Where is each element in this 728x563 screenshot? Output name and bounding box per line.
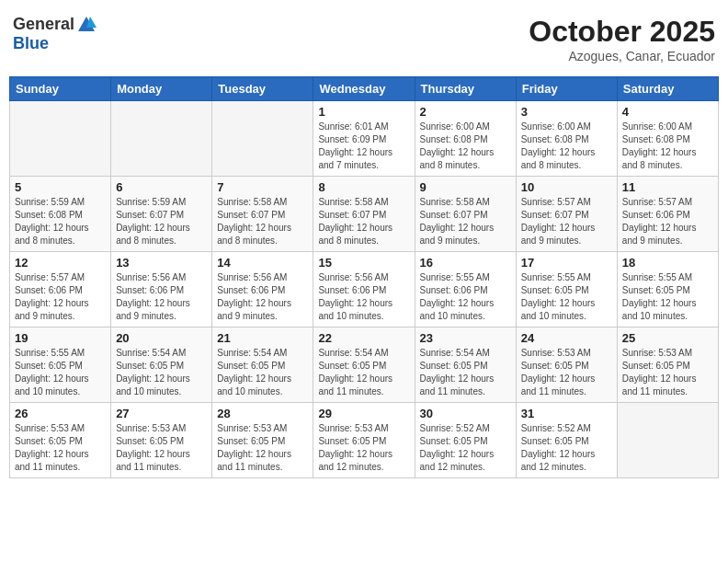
calendar-cell: 12Sunrise: 5:57 AM Sunset: 6:06 PM Dayli… (10, 252, 111, 327)
calendar-table: SundayMondayTuesdayWednesdayThursdayFrid… (9, 76, 719, 478)
day-info: Sunrise: 5:55 AM Sunset: 6:06 PM Dayligh… (420, 271, 511, 323)
month-title: October 2025 (529, 15, 715, 49)
calendar-cell: 4Sunrise: 6:00 AM Sunset: 6:08 PM Daylig… (617, 101, 718, 177)
calendar-cell: 27Sunrise: 5:53 AM Sunset: 6:05 PM Dayli… (111, 403, 212, 478)
day-number: 2 (420, 105, 511, 119)
day-info: Sunrise: 6:01 AM Sunset: 6:09 PM Dayligh… (318, 121, 409, 172)
day-info: Sunrise: 5:52 AM Sunset: 6:05 PM Dayligh… (420, 422, 511, 474)
day-number: 23 (420, 331, 511, 345)
calendar-cell: 25Sunrise: 5:53 AM Sunset: 6:05 PM Dayli… (617, 327, 718, 403)
day-info: Sunrise: 5:58 AM Sunset: 6:07 PM Dayligh… (318, 196, 409, 247)
day-number: 15 (318, 256, 409, 270)
calendar-cell: 31Sunrise: 5:52 AM Sunset: 6:05 PM Dayli… (516, 403, 617, 478)
calendar-cell: 30Sunrise: 5:52 AM Sunset: 6:05 PM Dayli… (415, 403, 516, 478)
calendar-cell: 14Sunrise: 5:56 AM Sunset: 6:06 PM Dayli… (212, 252, 313, 327)
day-info: Sunrise: 6:00 AM Sunset: 6:08 PM Dayligh… (622, 121, 713, 172)
weekday-header-thursday: Thursday (415, 77, 516, 101)
day-number: 22 (318, 331, 409, 345)
calendar-cell (617, 403, 718, 478)
day-number: 24 (521, 331, 612, 345)
calendar-cell: 1Sunrise: 6:01 AM Sunset: 6:09 PM Daylig… (313, 101, 415, 177)
day-info: Sunrise: 5:55 AM Sunset: 6:05 PM Dayligh… (622, 271, 713, 323)
day-number: 3 (521, 105, 612, 119)
day-info: Sunrise: 5:57 AM Sunset: 6:07 PM Dayligh… (521, 196, 612, 247)
day-info: Sunrise: 5:55 AM Sunset: 6:05 PM Dayligh… (521, 271, 612, 323)
calendar-week-2: 5Sunrise: 5:59 AM Sunset: 6:08 PM Daylig… (10, 177, 719, 252)
calendar-cell: 8Sunrise: 5:58 AM Sunset: 6:07 PM Daylig… (313, 177, 415, 252)
calendar-header-row: SundayMondayTuesdayWednesdayThursdayFrid… (10, 77, 719, 101)
day-info: Sunrise: 5:58 AM Sunset: 6:07 PM Dayligh… (420, 196, 511, 247)
day-number: 29 (318, 407, 409, 420)
day-info: Sunrise: 5:57 AM Sunset: 6:06 PM Dayligh… (622, 196, 713, 247)
calendar-cell (10, 101, 111, 177)
calendar-cell: 26Sunrise: 5:53 AM Sunset: 6:05 PM Dayli… (10, 403, 111, 478)
day-number: 20 (116, 331, 207, 345)
day-number: 4 (622, 105, 713, 119)
day-info: Sunrise: 5:54 AM Sunset: 6:05 PM Dayligh… (318, 347, 409, 398)
day-number: 14 (217, 256, 308, 270)
day-number: 7 (217, 180, 308, 194)
calendar-week-1: 1Sunrise: 6:01 AM Sunset: 6:09 PM Daylig… (10, 101, 719, 177)
day-number: 1 (318, 105, 409, 119)
day-number: 26 (15, 407, 106, 420)
day-info: Sunrise: 5:54 AM Sunset: 6:05 PM Dayligh… (420, 347, 511, 398)
page-header: General Blue October 2025 Azogues, Canar… (9, 9, 719, 69)
day-number: 12 (15, 256, 106, 270)
day-info: Sunrise: 5:54 AM Sunset: 6:05 PM Dayligh… (116, 347, 207, 398)
day-number: 13 (116, 256, 207, 270)
calendar-week-5: 26Sunrise: 5:53 AM Sunset: 6:05 PM Dayli… (10, 403, 719, 478)
calendar-cell: 18Sunrise: 5:55 AM Sunset: 6:05 PM Dayli… (617, 252, 718, 327)
weekday-header-wednesday: Wednesday (313, 77, 415, 101)
day-number: 16 (420, 256, 511, 270)
day-number: 30 (420, 407, 511, 420)
day-info: Sunrise: 5:54 AM Sunset: 6:05 PM Dayligh… (217, 347, 308, 398)
day-info: Sunrise: 5:53 AM Sunset: 6:05 PM Dayligh… (318, 422, 409, 474)
day-info: Sunrise: 5:56 AM Sunset: 6:06 PM Dayligh… (318, 271, 409, 323)
day-number: 6 (116, 180, 207, 194)
logo: General Blue (13, 15, 97, 53)
logo-blue-text: Blue (13, 34, 49, 52)
logo-general-text: General (13, 16, 74, 34)
calendar-cell: 21Sunrise: 5:54 AM Sunset: 6:05 PM Dayli… (212, 327, 313, 403)
weekday-header-friday: Friday (516, 77, 617, 101)
weekday-header-saturday: Saturday (617, 77, 718, 101)
calendar-cell: 16Sunrise: 5:55 AM Sunset: 6:06 PM Dayli… (415, 252, 516, 327)
day-info: Sunrise: 5:53 AM Sunset: 6:05 PM Dayligh… (622, 347, 713, 398)
day-number: 31 (521, 407, 612, 420)
day-info: Sunrise: 5:53 AM Sunset: 6:05 PM Dayligh… (217, 422, 308, 474)
day-number: 5 (15, 180, 106, 194)
title-section: October 2025 Azogues, Canar, Ecuador (529, 15, 715, 63)
day-number: 27 (116, 407, 207, 420)
day-info: Sunrise: 5:56 AM Sunset: 6:06 PM Dayligh… (217, 271, 308, 323)
day-number: 11 (622, 180, 713, 194)
day-info: Sunrise: 6:00 AM Sunset: 6:08 PM Dayligh… (420, 121, 511, 172)
day-info: Sunrise: 5:53 AM Sunset: 6:05 PM Dayligh… (521, 347, 612, 398)
day-info: Sunrise: 5:58 AM Sunset: 6:07 PM Dayligh… (217, 196, 308, 247)
calendar-cell: 19Sunrise: 5:55 AM Sunset: 6:05 PM Dayli… (10, 327, 111, 403)
calendar-cell: 2Sunrise: 6:00 AM Sunset: 6:08 PM Daylig… (415, 101, 516, 177)
calendar-cell: 6Sunrise: 5:59 AM Sunset: 6:07 PM Daylig… (111, 177, 212, 252)
weekday-header-tuesday: Tuesday (212, 77, 313, 101)
day-number: 25 (622, 331, 713, 345)
day-info: Sunrise: 6:00 AM Sunset: 6:08 PM Dayligh… (521, 121, 612, 172)
day-info: Sunrise: 5:53 AM Sunset: 6:05 PM Dayligh… (116, 422, 207, 474)
day-info: Sunrise: 5:59 AM Sunset: 6:07 PM Dayligh… (116, 196, 207, 247)
weekday-header-sunday: Sunday (10, 77, 111, 101)
day-number: 17 (521, 256, 612, 270)
day-info: Sunrise: 5:53 AM Sunset: 6:05 PM Dayligh… (15, 422, 106, 474)
calendar-cell: 23Sunrise: 5:54 AM Sunset: 6:05 PM Dayli… (415, 327, 516, 403)
calendar-cell: 7Sunrise: 5:58 AM Sunset: 6:07 PM Daylig… (212, 177, 313, 252)
day-number: 10 (521, 180, 612, 194)
calendar-cell (111, 101, 212, 177)
location-text: Azogues, Canar, Ecuador (529, 49, 715, 63)
calendar-cell: 17Sunrise: 5:55 AM Sunset: 6:05 PM Dayli… (516, 252, 617, 327)
day-info: Sunrise: 5:57 AM Sunset: 6:06 PM Dayligh… (15, 271, 106, 323)
logo-icon (76, 15, 97, 35)
calendar-week-4: 19Sunrise: 5:55 AM Sunset: 6:05 PM Dayli… (10, 327, 719, 403)
calendar-cell: 10Sunrise: 5:57 AM Sunset: 6:07 PM Dayli… (516, 177, 617, 252)
calendar-cell: 11Sunrise: 5:57 AM Sunset: 6:06 PM Dayli… (617, 177, 718, 252)
calendar-cell: 3Sunrise: 6:00 AM Sunset: 6:08 PM Daylig… (516, 101, 617, 177)
calendar-cell (212, 101, 313, 177)
calendar-cell: 24Sunrise: 5:53 AM Sunset: 6:05 PM Dayli… (516, 327, 617, 403)
calendar-cell: 15Sunrise: 5:56 AM Sunset: 6:06 PM Dayli… (313, 252, 415, 327)
